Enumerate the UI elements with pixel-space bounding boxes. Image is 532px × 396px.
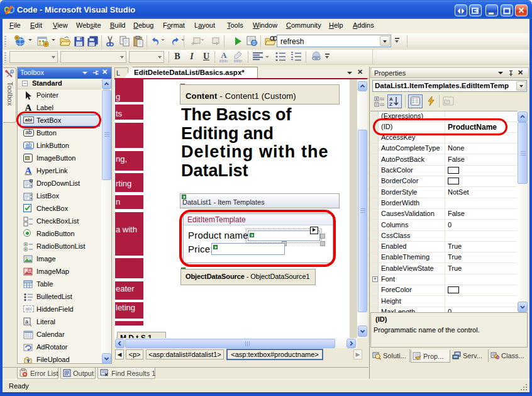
svg-text:a: a (25, 319, 28, 325)
svg-text:Z: Z (389, 101, 392, 106)
